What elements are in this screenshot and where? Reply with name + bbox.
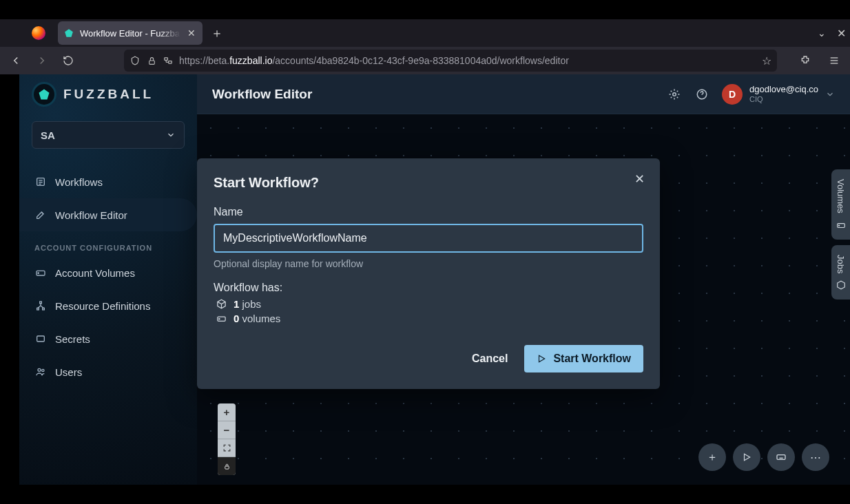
help-icon[interactable] xyxy=(694,87,709,102)
close-icon[interactable]: ✕ xyxy=(631,171,647,187)
sidebar-item-label: Workflows xyxy=(55,176,103,188)
close-icon[interactable]: ✕ xyxy=(186,28,197,39)
edit-icon xyxy=(34,209,47,221)
logo-mark xyxy=(32,82,56,107)
logo-text: FUZZBALL xyxy=(63,87,154,102)
firefox-icon xyxy=(19,19,58,47)
lock-icon xyxy=(146,55,157,66)
url-domain: fuzzball.io xyxy=(229,55,272,66)
svg-rect-22 xyxy=(37,336,45,342)
sidebar-item-workflows[interactable]: Workflows xyxy=(19,165,197,198)
os-topbar xyxy=(0,0,850,19)
sidebar-item-users[interactable]: Users xyxy=(19,355,197,388)
logo[interactable]: FUZZBALL xyxy=(19,74,197,114)
tabs-dropdown-icon[interactable]: ⌄ xyxy=(818,28,826,39)
main-area: Workflow Editor D dgodlove@ciq.co CIQ xyxy=(197,74,850,485)
rail-tab-jobs[interactable]: Jobs xyxy=(831,245,850,300)
svg-line-35 xyxy=(677,90,678,92)
sidebar: FUZZBALL SA Workflows Workflow Editor AC xyxy=(19,74,197,485)
extensions-icon[interactable] xyxy=(794,49,817,72)
forward-button[interactable] xyxy=(30,49,54,72)
sidebar-item-secrets[interactable]: Secrets xyxy=(19,322,197,355)
rail-tab-label: Jobs xyxy=(836,255,846,273)
cancel-button[interactable]: Cancel xyxy=(472,353,508,365)
svg-point-26 xyxy=(38,368,41,371)
svg-line-34 xyxy=(677,96,678,98)
user-org: CIQ xyxy=(749,95,818,103)
start-workflow-button[interactable]: Start Workflow xyxy=(524,345,643,372)
app-root: FUZZBALL SA Workflows Workflow Editor AC xyxy=(19,74,850,485)
workflow-canvas[interactable]: Start Workflow? ✕ Name Optional display … xyxy=(197,114,850,485)
workflow-name-input[interactable] xyxy=(214,224,643,253)
account-selector[interactable]: SA xyxy=(32,121,185,149)
cube-icon xyxy=(836,280,846,290)
theme-toggle-icon[interactable] xyxy=(667,87,682,102)
more-button[interactable]: ⋯ xyxy=(802,443,829,471)
sidebar-item-label: Users xyxy=(55,366,82,378)
browser-tab-strip: Workflow Editor - Fuzzball ✕ ＋ ⌄ ✕ xyxy=(0,19,850,47)
play-icon xyxy=(537,354,546,364)
run-button[interactable] xyxy=(733,443,760,471)
key-icon xyxy=(34,333,47,345)
zoom-out-button[interactable]: − xyxy=(218,421,236,439)
drive-icon xyxy=(836,220,846,230)
summary-volumes: 0 volumes xyxy=(216,313,643,324)
svg-rect-1 xyxy=(149,60,154,63)
back-button[interactable] xyxy=(4,49,28,72)
svg-rect-18 xyxy=(43,308,45,310)
sidebar-item-resource-definitions[interactable]: Resource Definitions xyxy=(19,289,197,322)
sidebar-item-label: Resource Definitions xyxy=(55,300,150,312)
svg-rect-43 xyxy=(225,466,229,469)
svg-point-28 xyxy=(673,92,676,96)
volumes-label: volumes xyxy=(239,313,280,324)
drive-icon xyxy=(216,313,227,324)
chevron-down-icon xyxy=(166,130,176,140)
workflow-summary-label: Workflow has: xyxy=(214,282,643,294)
url-bar[interactable]: https://beta.fuzzball.io/accounts/4ba982… xyxy=(124,50,777,72)
users-icon xyxy=(34,366,47,378)
start-workflow-dialog: Start Workflow? ✕ Name Optional display … xyxy=(197,158,660,389)
shield-icon xyxy=(129,55,141,66)
tab-title: Workflow Editor - Fuzzball xyxy=(80,28,180,39)
zoom-controls: + − xyxy=(218,403,236,475)
rail-tab-volumes[interactable]: Volumes xyxy=(831,169,850,240)
svg-marker-9 xyxy=(39,90,50,100)
svg-marker-46 xyxy=(745,454,750,460)
rail-tab-label: Volumes xyxy=(836,179,846,213)
zoom-in-button[interactable]: + xyxy=(218,403,236,421)
user-email: dgodlove@ciq.co xyxy=(749,85,818,94)
svg-point-27 xyxy=(42,369,44,371)
svg-rect-47 xyxy=(777,455,785,460)
sidebar-item-label: Workflow Editor xyxy=(55,209,127,221)
svg-rect-2 xyxy=(165,58,168,61)
account-selector-label: SA xyxy=(41,129,55,141)
start-workflow-label: Start Workflow xyxy=(553,353,631,365)
svg-point-15 xyxy=(38,273,39,273)
svg-marker-0 xyxy=(65,29,73,37)
reload-button[interactable] xyxy=(56,49,80,72)
browser-tab[interactable]: Workflow Editor - Fuzzball ✕ xyxy=(58,21,203,45)
list-icon xyxy=(34,176,47,188)
lock-view-button[interactable] xyxy=(218,457,236,475)
window-close-icon[interactable]: ✕ xyxy=(837,27,846,40)
sidebar-section-label: ACCOUNT CONFIGURATION xyxy=(34,244,182,252)
app-menu-icon[interactable] xyxy=(822,49,846,72)
sidebar-item-workflow-editor[interactable]: Workflow Editor xyxy=(19,198,197,231)
add-node-button[interactable]: ＋ xyxy=(698,443,726,471)
cube-icon xyxy=(216,299,227,309)
bookmark-icon[interactable]: ☆ xyxy=(762,54,771,67)
tab-favicon xyxy=(63,28,74,39)
browser-toolbar: https://beta.fuzzball.io/accounts/4ba982… xyxy=(0,47,850,74)
sidebar-item-account-volumes[interactable]: Account Volumes xyxy=(19,256,197,289)
new-tab-button[interactable]: ＋ xyxy=(207,23,227,43)
keyboard-button[interactable] xyxy=(767,443,795,471)
jobs-label: jobs xyxy=(239,298,261,310)
page-title: Workflow Editor xyxy=(212,87,312,102)
user-menu[interactable]: D dgodlove@ciq.co CIQ xyxy=(722,84,835,105)
sidebar-item-label: Account Volumes xyxy=(55,267,135,279)
permissions-icon xyxy=(163,55,174,66)
dialog-title: Start Workflow? xyxy=(214,175,643,191)
url-text: https://beta.fuzzball.io/accounts/4ba982… xyxy=(179,55,756,66)
appbar: Workflow Editor D dgodlove@ciq.co CIQ xyxy=(197,74,850,114)
fit-view-button[interactable] xyxy=(218,439,236,457)
